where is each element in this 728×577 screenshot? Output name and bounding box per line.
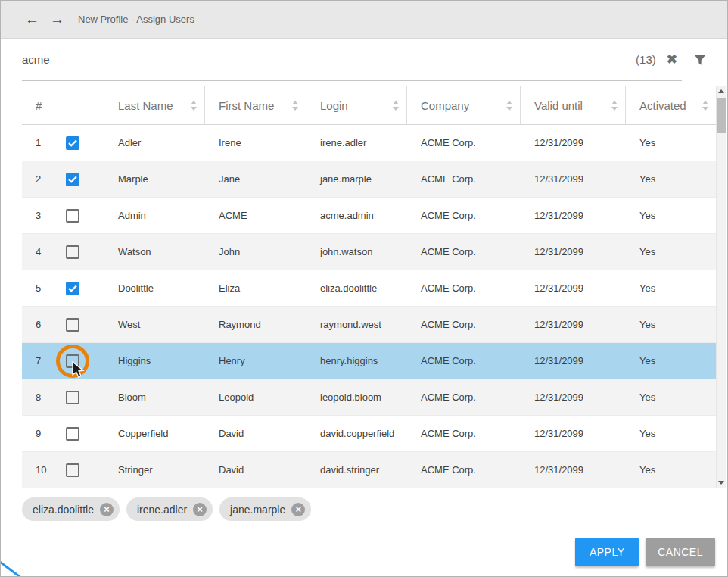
cell-last-name: Watson xyxy=(104,234,205,270)
cell-company: ACME Corp. xyxy=(407,198,521,233)
table-row[interactable]: 7HigginsHenryhenry.higginsACME Corp.12/3… xyxy=(22,343,716,379)
cell-first-name: Henry xyxy=(205,343,306,379)
clear-filter-icon[interactable]: ✖ xyxy=(667,53,677,66)
cell-first-name: David xyxy=(205,416,306,451)
cell-login: leopold.bloom xyxy=(306,379,407,415)
cell-last-name: Higgins xyxy=(104,343,205,379)
check-icon xyxy=(68,285,77,292)
table-row[interactable]: 5DoolittleElizaeliza.doolittleACME Corp.… xyxy=(22,270,716,307)
row-checkbox[interactable] xyxy=(66,427,79,441)
sort-icon[interactable] xyxy=(506,101,512,111)
selected-user-chip: irene.adler× xyxy=(126,497,213,521)
row-checkbox[interactable] xyxy=(66,318,79,332)
sort-icon[interactable] xyxy=(702,101,708,111)
back-arrow-icon[interactable]: ← xyxy=(25,12,39,27)
cell-valid-until: 12/31/2099 xyxy=(521,379,626,415)
table-row[interactable]: 3AdminACMEacme.adminACME Corp.12/31/2099… xyxy=(22,198,716,234)
chip-remove-icon[interactable]: × xyxy=(291,503,305,516)
cell-valid-until: 12/31/2099 xyxy=(521,307,626,342)
row-number-cell: 10 xyxy=(22,452,104,488)
sort-icon[interactable] xyxy=(393,101,399,111)
row-checkbox[interactable] xyxy=(66,245,79,259)
table-row[interactable]: 2MarpleJanejane.marpleACME Corp.12/31/20… xyxy=(22,161,716,198)
assign-users-dialog: ← → New Profile - Assign Users (13) ✖ #L… xyxy=(0,0,728,577)
cancel-button[interactable]: CANCEL xyxy=(646,538,715,566)
table-row[interactable]: 4WatsonJohnjohn.watsonACME Corp.12/31/20… xyxy=(22,234,716,270)
cell-company: ACME Corp. xyxy=(407,161,521,197)
chip-label: irene.adler xyxy=(137,504,187,516)
cell-valid-until: 12/31/2099 xyxy=(521,234,626,270)
table-row[interactable]: 8BloomLeopoldleopold.bloomACME Corp.12/3… xyxy=(22,379,716,416)
sort-icon[interactable] xyxy=(611,101,618,111)
row-checkbox[interactable] xyxy=(66,282,79,295)
cell-activated: Yes xyxy=(626,416,716,451)
row-checkbox[interactable] xyxy=(66,173,79,186)
row-number-cell: 2 xyxy=(22,161,104,197)
sort-icon[interactable] xyxy=(191,101,197,111)
table-row[interactable]: 10StringerDaviddavid.stringerACME Corp.1… xyxy=(22,452,716,488)
table-header: #Last NameFirst NameLoginCompanyValid un… xyxy=(22,86,716,125)
result-count: (13) xyxy=(636,53,656,66)
users-table: #Last NameFirst NameLoginCompanyValid un… xyxy=(22,86,726,488)
cell-first-name: Irene xyxy=(205,125,306,161)
row-checkbox[interactable] xyxy=(66,136,79,150)
check-icon xyxy=(68,139,77,147)
chip-remove-icon[interactable]: × xyxy=(100,503,114,516)
table-row[interactable]: 6WestRaymondraymond.westACME Corp.12/31/… xyxy=(22,307,716,343)
sort-icon[interactable] xyxy=(292,101,298,111)
cell-login: john.watson xyxy=(306,234,407,270)
scroll-up-icon[interactable] xyxy=(717,86,726,97)
row-checkbox[interactable] xyxy=(66,209,79,223)
column-header-number: # xyxy=(22,86,104,124)
checkbox-wrap xyxy=(66,136,79,150)
cell-login: raymond.west xyxy=(306,307,407,342)
row-number-cell: 5 xyxy=(22,270,104,306)
row-checkbox[interactable] xyxy=(66,354,79,368)
vertical-scrollbar[interactable] xyxy=(716,86,726,488)
chip-remove-icon[interactable]: × xyxy=(193,503,207,516)
scroll-down-icon[interactable] xyxy=(717,477,726,488)
column-header-company[interactable]: Company xyxy=(407,86,521,124)
row-checkbox[interactable] xyxy=(66,463,79,477)
filter-input[interactable] xyxy=(22,53,625,66)
row-number: 6 xyxy=(22,319,52,330)
table-row[interactable]: 9CopperfieldDaviddavid.copperfieldACME C… xyxy=(22,416,716,452)
cell-last-name: Copperfield xyxy=(104,416,205,451)
column-header-login[interactable]: Login xyxy=(306,86,407,124)
row-number: 1 xyxy=(22,137,52,148)
cell-activated: Yes xyxy=(626,125,716,161)
checkbox-wrap xyxy=(66,209,79,223)
cell-login: jane.marple xyxy=(306,161,407,197)
selected-user-chip: jane.marple× xyxy=(219,497,311,521)
titlebar: ← → New Profile - Assign Users xyxy=(1,1,727,39)
selected-user-chip: eliza.doolittle× xyxy=(22,497,120,521)
funnel-icon xyxy=(692,52,708,67)
column-header-first-name[interactable]: First Name xyxy=(205,86,306,124)
cell-login: acme.admin xyxy=(306,198,407,233)
cell-valid-until: 12/31/2099 xyxy=(521,125,626,161)
scrollbar-thumb[interactable] xyxy=(717,98,726,133)
forward-arrow-icon[interactable]: → xyxy=(50,12,64,27)
row-checkbox[interactable] xyxy=(66,391,79,404)
filter-icon[interactable] xyxy=(692,52,708,67)
column-header-last-name[interactable]: Last Name xyxy=(104,86,205,124)
cell-activated: Yes xyxy=(626,161,716,197)
cell-company: ACME Corp. xyxy=(407,343,521,379)
table-row[interactable]: 1AdlerIreneirene.adlerACME Corp.12/31/20… xyxy=(22,125,716,161)
column-header-valid-until[interactable]: Valid until xyxy=(521,86,626,124)
footer: APPLY CANCEL xyxy=(1,538,715,566)
row-number-cell: 1 xyxy=(22,125,104,161)
row-number: 8 xyxy=(22,391,52,403)
row-number-cell: 7 xyxy=(22,343,104,379)
table-main: #Last NameFirst NameLoginCompanyValid un… xyxy=(22,86,716,488)
cell-company: ACME Corp. xyxy=(407,125,521,161)
cell-last-name: West xyxy=(104,307,205,342)
column-label: Company xyxy=(421,99,469,112)
cell-last-name: Admin xyxy=(104,198,205,233)
check-icon xyxy=(68,176,77,183)
cell-first-name: ACME xyxy=(205,198,306,233)
checkbox-wrap xyxy=(66,391,79,404)
column-header-activated[interactable]: Activated xyxy=(626,86,716,124)
cell-activated: Yes xyxy=(626,343,716,379)
apply-button[interactable]: APPLY xyxy=(575,538,639,566)
